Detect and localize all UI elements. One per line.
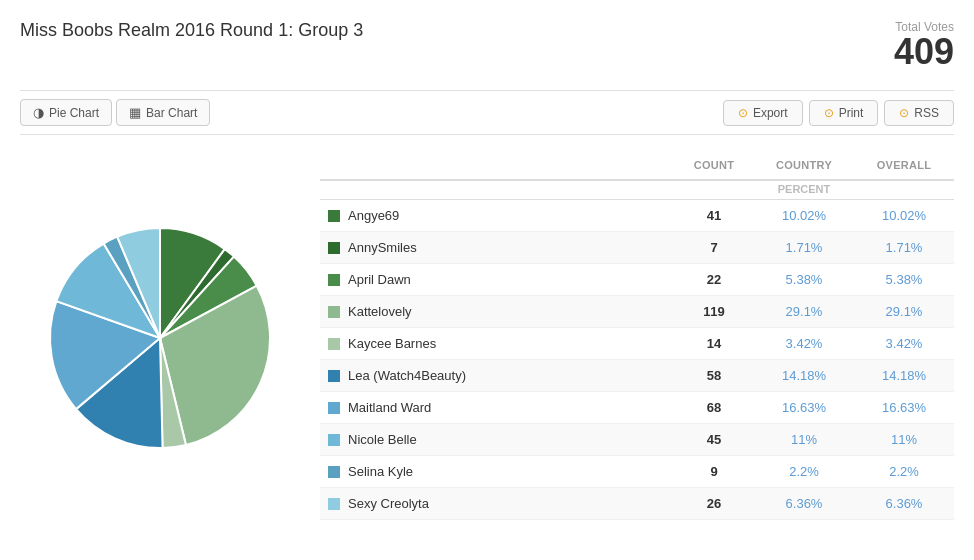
- table-row: April Dawn 22 5.38% 5.38%: [320, 264, 954, 296]
- row-overall-percent-cell: 5.38%: [854, 264, 954, 295]
- row-name: AnnySmiles: [348, 240, 417, 255]
- row-country-percent-cell: 5.38%: [754, 264, 854, 295]
- row-country-percent-cell: 6.36%: [754, 488, 854, 519]
- table-row: Kaycee Barnes 14 3.42% 3.42%: [320, 328, 954, 360]
- table-header: COUNT COUNTRY OVERALL: [320, 155, 954, 181]
- col-header-count: COUNT: [674, 155, 754, 175]
- row-name: Maitland Ward: [348, 400, 431, 415]
- row-name-cell: AnnySmiles: [320, 232, 674, 263]
- row-name: Sexy Creolyta: [348, 496, 429, 511]
- export-button[interactable]: ⊙ Export: [723, 100, 803, 126]
- col-header-overall: OVERALL: [854, 155, 954, 175]
- row-name: Nicole Belle: [348, 432, 417, 447]
- toolbar: ◑ Pie Chart ▦ Bar Chart ⊙ Export ⊙ Print…: [20, 90, 954, 135]
- row-name: Angye69: [348, 208, 399, 223]
- page-title: Miss Boobs Realm 2016 Round 1: Group 3: [20, 20, 363, 41]
- row-name-cell: Kaycee Barnes: [320, 328, 674, 359]
- rss-button[interactable]: ⊙ RSS: [884, 100, 954, 126]
- table-row: Maitland Ward 68 16.63% 16.63%: [320, 392, 954, 424]
- chart-type-buttons: ◑ Pie Chart ▦ Bar Chart: [20, 99, 210, 126]
- table-rows: Angye69 41 10.02% 10.02% AnnySmiles 7 1.…: [320, 200, 954, 520]
- row-name: Kattelovely: [348, 304, 412, 319]
- print-button[interactable]: ⊙ Print: [809, 100, 879, 126]
- data-table: COUNT COUNTRY OVERALL PERCENT Angye69 41…: [320, 155, 954, 520]
- row-count-cell: 119: [674, 296, 754, 327]
- row-color-swatch: [328, 274, 340, 286]
- row-color-swatch: [328, 370, 340, 382]
- col-header-name: [320, 155, 674, 175]
- table-row: Selina Kyle 9 2.2% 2.2%: [320, 456, 954, 488]
- row-color-swatch: [328, 434, 340, 446]
- row-count-cell: 45: [674, 424, 754, 455]
- row-color-swatch: [328, 210, 340, 222]
- row-overall-percent-cell: 6.36%: [854, 488, 954, 519]
- row-country-percent-cell: 16.63%: [754, 392, 854, 423]
- export-icon: ⊙: [738, 106, 748, 120]
- row-count-cell: 22: [674, 264, 754, 295]
- row-country-percent-cell: 3.42%: [754, 328, 854, 359]
- row-name: Selina Kyle: [348, 464, 413, 479]
- row-count-cell: 68: [674, 392, 754, 423]
- row-color-swatch: [328, 498, 340, 510]
- row-count-cell: 9: [674, 456, 754, 487]
- row-name: Kaycee Barnes: [348, 336, 436, 351]
- pie-chart-button[interactable]: ◑ Pie Chart: [20, 99, 112, 126]
- table-subheader: PERCENT: [320, 181, 954, 200]
- row-name-cell: Maitland Ward: [320, 392, 674, 423]
- row-name: April Dawn: [348, 272, 411, 287]
- row-count-cell: 26: [674, 488, 754, 519]
- row-name-cell: April Dawn: [320, 264, 674, 295]
- row-name-cell: Sexy Creolyta: [320, 488, 674, 519]
- table-row: Sexy Creolyta 26 6.36% 6.36%: [320, 488, 954, 520]
- bar-chart-icon: ▦: [129, 105, 141, 120]
- row-color-swatch: [328, 466, 340, 478]
- row-country-percent-cell: 1.71%: [754, 232, 854, 263]
- row-color-swatch: [328, 306, 340, 318]
- bar-chart-button[interactable]: ▦ Bar Chart: [116, 99, 210, 126]
- row-color-swatch: [328, 242, 340, 254]
- subheader-count-empty: [674, 183, 754, 195]
- col-header-country: COUNTRY: [754, 155, 854, 175]
- table-row: Angye69 41 10.02% 10.02%: [320, 200, 954, 232]
- table-row: Lea (Watch4Beauty) 58 14.18% 14.18%: [320, 360, 954, 392]
- pie-chart-icon: ◑: [33, 105, 44, 120]
- pie-chart-label: Pie Chart: [49, 106, 99, 120]
- row-overall-percent-cell: 14.18%: [854, 360, 954, 391]
- subheader-percent: PERCENT: [754, 183, 854, 195]
- row-overall-percent-cell: 3.42%: [854, 328, 954, 359]
- row-count-cell: 14: [674, 328, 754, 359]
- row-overall-percent-cell: 1.71%: [854, 232, 954, 263]
- row-country-percent-cell: 29.1%: [754, 296, 854, 327]
- main-content: COUNT COUNTRY OVERALL PERCENT Angye69 41…: [20, 155, 954, 520]
- total-votes-number: 409: [894, 34, 954, 70]
- row-name-cell: Lea (Watch4Beauty): [320, 360, 674, 391]
- export-label: Export: [753, 106, 788, 120]
- subheader-empty: [320, 183, 674, 195]
- row-country-percent-cell: 10.02%: [754, 200, 854, 231]
- print-label: Print: [839, 106, 864, 120]
- row-country-percent-cell: 11%: [754, 424, 854, 455]
- total-votes-box: Total Votes 409: [894, 20, 954, 70]
- table-row: AnnySmiles 7 1.71% 1.71%: [320, 232, 954, 264]
- row-overall-percent-cell: 16.63%: [854, 392, 954, 423]
- table-row: Nicole Belle 45 11% 11%: [320, 424, 954, 456]
- row-country-percent-cell: 14.18%: [754, 360, 854, 391]
- print-icon: ⊙: [824, 106, 834, 120]
- row-color-swatch: [328, 338, 340, 350]
- pie-chart: [40, 218, 280, 458]
- row-color-swatch: [328, 402, 340, 414]
- bar-chart-label: Bar Chart: [146, 106, 197, 120]
- row-name-cell: Selina Kyle: [320, 456, 674, 487]
- row-count-cell: 7: [674, 232, 754, 263]
- rss-label: RSS: [914, 106, 939, 120]
- row-count-cell: 58: [674, 360, 754, 391]
- row-name-cell: Angye69: [320, 200, 674, 231]
- row-name-cell: Kattelovely: [320, 296, 674, 327]
- row-overall-percent-cell: 2.2%: [854, 456, 954, 487]
- row-overall-percent-cell: 29.1%: [854, 296, 954, 327]
- pie-chart-container: [20, 155, 300, 520]
- rss-icon: ⊙: [899, 106, 909, 120]
- row-overall-percent-cell: 10.02%: [854, 200, 954, 231]
- subheader-empty2: [854, 183, 954, 195]
- action-buttons: ⊙ Export ⊙ Print ⊙ RSS: [723, 100, 954, 126]
